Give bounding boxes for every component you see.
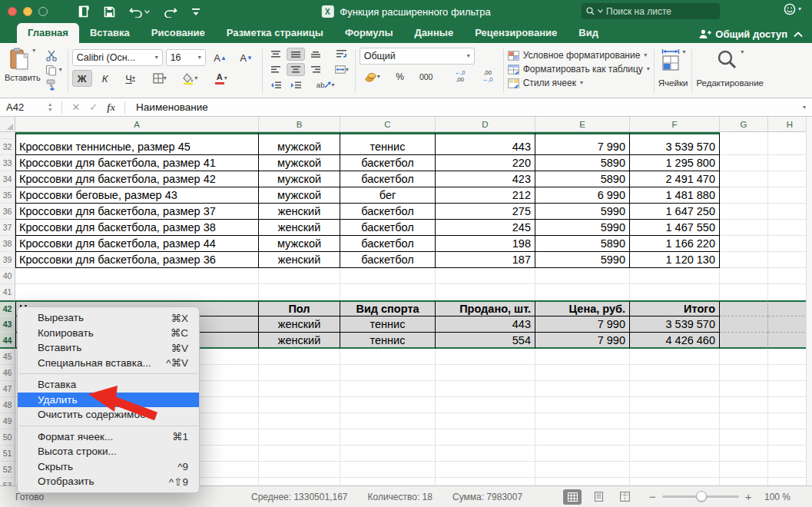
borders-button[interactable]: ▾ — [146, 70, 174, 87]
grid-cell[interactable]: Кроссовки для баскетбола, размер 41 — [15, 155, 259, 171]
grid-cell[interactable]: 5890 — [535, 171, 630, 187]
font-color-button[interactable]: А▾ — [207, 70, 235, 87]
grid-cell[interactable]: Кроссовки для баскетбола, размер 44 — [15, 236, 259, 252]
grid-cell[interactable] — [340, 284, 436, 300]
grid-cell[interactable]: женский — [259, 204, 340, 220]
align-top-button[interactable] — [267, 48, 285, 61]
formula-bar-value[interactable]: Наименование — [136, 101, 208, 113]
row-header[interactable]: 51 — [0, 446, 15, 462]
grid-cell[interactable] — [15, 268, 259, 284]
normal-view-button[interactable] — [563, 489, 582, 505]
grid-cell[interactable]: Кроссовки для баскетбола, размер 42 — [15, 171, 259, 187]
row-header[interactable]: 37 — [0, 220, 15, 236]
save-icon[interactable] — [104, 6, 115, 18]
grid-cell[interactable] — [630, 381, 720, 397]
column-header[interactable]: B — [259, 117, 340, 132]
context-menu-item[interactable]: Вставить⌘V — [18, 340, 199, 356]
editing-group-button[interactable]: ▾ Редактирование — [696, 46, 764, 96]
grid-cell[interactable]: 198 — [436, 236, 535, 252]
row-header[interactable]: 34 — [0, 171, 15, 187]
zoom-in-button[interactable]: + — [745, 490, 752, 503]
grid-cell[interactable]: 7 990 — [535, 316, 630, 333]
grid-cell[interactable] — [630, 413, 720, 429]
grid-cell[interactable]: женский — [259, 333, 340, 349]
grid-cell[interactable]: Кроссовки теннисные, размер 45 — [15, 139, 259, 155]
grid-cell[interactable] — [535, 397, 630, 413]
ribbon-tab[interactable]: Главная — [17, 23, 79, 43]
grid-cell[interactable] — [340, 429, 436, 446]
ribbon-tab[interactable]: Разметка страницы — [216, 23, 334, 43]
grid-cell[interactable]: 1 295 800 — [630, 155, 720, 171]
ribbon-tab[interactable]: Рисование — [141, 23, 216, 43]
grid-cell[interactable]: Цена, руб. — [535, 300, 630, 316]
grid-cell[interactable]: теннис — [340, 333, 436, 349]
column-header[interactable]: A — [15, 117, 259, 132]
minimize-window-button[interactable] — [23, 7, 32, 16]
row-header[interactable]: 43 — [0, 316, 15, 333]
grid-cell[interactable] — [259, 446, 340, 462]
grid-cell[interactable] — [720, 349, 768, 365]
row-header[interactable]: 44 — [0, 333, 15, 349]
shrink-font-button[interactable]: A▼ — [235, 49, 258, 66]
ribbon-tab[interactable]: Формулы — [334, 23, 404, 43]
font-name-combo[interactable]: Calibri (Осн...▾ — [72, 49, 163, 66]
grid-cell[interactable]: 423 — [436, 171, 535, 187]
confirm-entry-icon[interactable]: ✓ — [89, 101, 98, 113]
grid-cell[interactable]: Кроссовки для баскетбола, размер 38 — [15, 220, 259, 236]
page-break-view-button[interactable] — [615, 489, 634, 505]
grid-cell[interactable] — [630, 429, 720, 446]
grid-cell[interactable]: 5990 — [535, 204, 630, 220]
grid-cell[interactable] — [436, 268, 535, 284]
grid-cell[interactable]: 5990 — [535, 220, 630, 236]
grid-cell[interactable] — [720, 171, 768, 187]
row-header[interactable]: 39 — [0, 252, 15, 268]
row-header[interactable]: 46 — [0, 365, 15, 381]
grid-cell[interactable] — [535, 365, 630, 381]
grid-cell[interactable]: 4 426 460 — [630, 333, 720, 349]
grid-cell[interactable] — [259, 381, 340, 397]
grid-cell[interactable]: женский — [259, 316, 340, 333]
grid-cell[interactable]: Вид спорта — [340, 300, 436, 316]
row-header[interactable]: 36 — [0, 204, 15, 220]
grid-cell[interactable] — [630, 365, 720, 381]
row-header[interactable]: 53 — [0, 478, 15, 485]
grid-cell[interactable] — [436, 446, 535, 462]
grid-cell[interactable] — [340, 349, 436, 365]
customize-toolbar-icon[interactable] — [191, 7, 201, 16]
grid-cell[interactable]: 7 990 — [535, 139, 630, 155]
grid-cell[interactable] — [340, 478, 436, 485]
row-header[interactable]: 41 — [0, 284, 15, 300]
grid-cell[interactable] — [720, 397, 768, 413]
row-header[interactable]: 32 — [0, 139, 15, 155]
format-as-table-button[interactable]: Форматировать как таблицу▾ — [508, 64, 650, 75]
grid-cell[interactable]: бег — [340, 187, 436, 204]
name-box-stepper[interactable]: ▲▼ — [48, 102, 52, 113]
align-right-button[interactable] — [307, 63, 325, 76]
context-menu-item[interactable]: Вставка — [18, 377, 199, 393]
grid-cell[interactable] — [720, 300, 768, 316]
grid-cell[interactable] — [720, 155, 768, 171]
grid-cell[interactable]: 5890 — [535, 236, 630, 252]
grid-cell[interactable] — [720, 268, 768, 284]
grid-cell[interactable] — [15, 132, 259, 139]
grid-cell[interactable] — [630, 446, 720, 462]
page-layout-view-button[interactable] — [589, 489, 608, 505]
grid-cell[interactable]: 443 — [436, 316, 535, 333]
grid-cell[interactable] — [535, 284, 630, 300]
context-menu-item[interactable]: Высота строки... — [18, 444, 199, 459]
grid-cell[interactable] — [535, 268, 630, 284]
decrease-indent-button[interactable] — [267, 78, 285, 91]
grid-cell[interactable] — [259, 132, 340, 139]
close-window-button[interactable] — [8, 7, 17, 16]
grid-cell[interactable] — [340, 397, 436, 413]
grid-cell[interactable]: 212 — [436, 187, 535, 204]
grid-cell[interactable] — [720, 381, 768, 397]
row-header[interactable]: 42 — [0, 300, 15, 316]
column-header[interactable]: D — [436, 117, 535, 132]
grid-cell[interactable] — [436, 462, 535, 478]
font-size-combo[interactable]: 16▾ — [166, 49, 206, 66]
grid-cell[interactable] — [535, 132, 630, 139]
row-header[interactable]: 33 — [0, 155, 15, 171]
formula-bar-expand-icon[interactable]: ▾ — [803, 104, 806, 111]
bold-button[interactable]: Ж — [72, 70, 92, 87]
